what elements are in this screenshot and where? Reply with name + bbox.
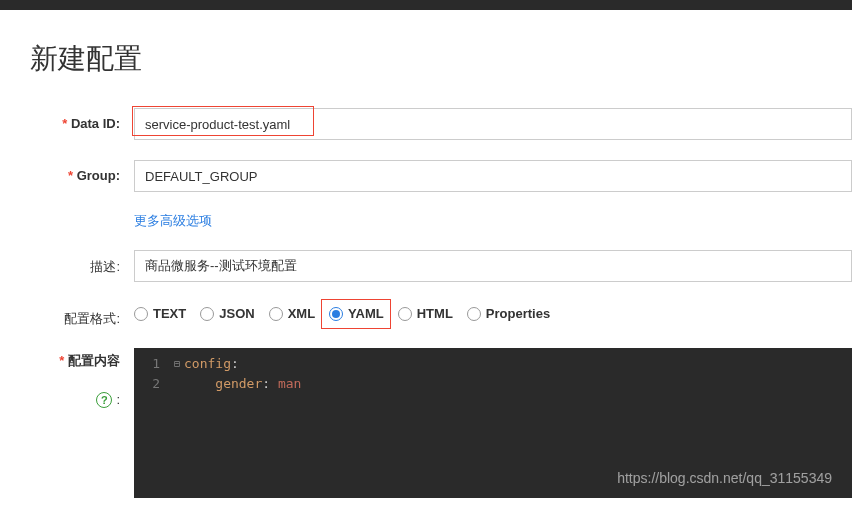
page-title: 新建配置 — [30, 40, 852, 78]
radio-label: JSON — [219, 306, 254, 321]
page-container: 新建配置 Data ID: Group: 更多高级选项 描述: 配置格式: — [0, 10, 852, 498]
fold-icon[interactable]: ⊟ — [170, 354, 184, 374]
help-colon: : — [116, 392, 120, 407]
radio-label: YAML — [348, 306, 384, 321]
label-description: 描述: — [30, 250, 120, 276]
radio-xml[interactable]: XML — [269, 306, 315, 321]
radio-icon — [467, 307, 481, 321]
label-content: 配置内容 — [30, 348, 120, 370]
code-key: gender — [215, 376, 262, 391]
label-group: Group: — [30, 160, 120, 183]
radio-json[interactable]: JSON — [200, 306, 254, 321]
radio-html[interactable]: HTML — [398, 306, 453, 321]
row-content: 配置内容 ?: 1 ⊟ config: 2 gender: ma — [30, 348, 852, 498]
line-number: 2 — [134, 374, 170, 394]
radio-yaml[interactable]: YAML — [329, 306, 384, 321]
top-bar — [0, 0, 852, 10]
code-value: man — [278, 376, 301, 391]
watermark: https://blog.csdn.net/qq_31155349 — [617, 470, 832, 486]
input-group[interactable] — [134, 160, 852, 192]
radio-label: XML — [288, 306, 315, 321]
radio-text[interactable]: TEXT — [134, 306, 186, 321]
label-data-id: Data ID: — [30, 108, 120, 131]
code-line: 1 ⊟ config: — [134, 354, 852, 374]
code-line: 2 gender: man — [134, 374, 852, 394]
radio-icon — [329, 307, 343, 321]
row-format: 配置格式: TEXT JSON XML YAML — [30, 302, 852, 328]
row-description: 描述: — [30, 250, 852, 282]
code-key: config — [184, 356, 231, 371]
row-data-id: Data ID: — [30, 108, 852, 140]
radio-icon — [269, 307, 283, 321]
advanced-options-link[interactable]: 更多高级选项 — [134, 213, 212, 228]
radio-icon — [134, 307, 148, 321]
radio-label: Properties — [486, 306, 550, 321]
radio-group-format: TEXT JSON XML YAML HTML — [134, 302, 852, 321]
input-description[interactable] — [134, 250, 852, 282]
code-editor[interactable]: 1 ⊟ config: 2 gender: man https://blog.c… — [134, 348, 852, 498]
row-advanced: 更多高级选项 — [30, 212, 852, 230]
radio-properties[interactable]: Properties — [467, 306, 550, 321]
help-icon[interactable]: ? — [96, 392, 112, 408]
radio-label: TEXT — [153, 306, 186, 321]
input-data-id[interactable] — [134, 108, 852, 140]
fold-spacer — [170, 374, 184, 394]
label-format: 配置格式: — [30, 302, 120, 328]
row-group: Group: — [30, 160, 852, 192]
radio-icon — [398, 307, 412, 321]
radio-icon — [200, 307, 214, 321]
radio-label: HTML — [417, 306, 453, 321]
line-number: 1 — [134, 354, 170, 374]
